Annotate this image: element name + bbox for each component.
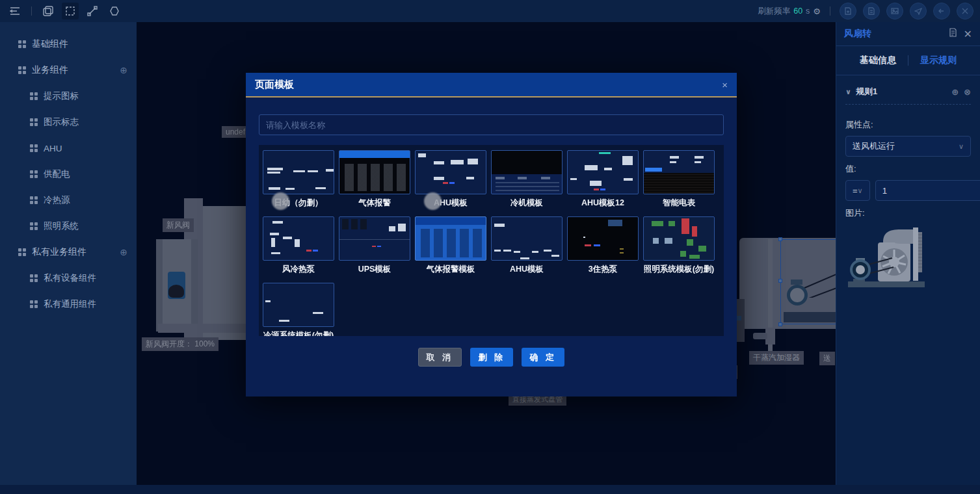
template-label: UPS模板 [339,264,410,275]
tab-divider [908,55,908,66]
template-card[interactable]: 智能电表 [643,150,715,209]
sidebar-item[interactable]: 冷热源 [0,187,137,213]
tab-display-rules[interactable]: 显示规则 [920,55,957,66]
template-thumbnail[interactable] [415,150,486,194]
component-sidebar: 基础组件业务组件⊕提示图标图示标志AHU供配电冷热源照明系统私有业务组件⊕私有设… [0,22,137,485]
template-card[interactable]: AHU模板12 [567,150,639,209]
back-button[interactable] [933,3,950,20]
sidebar-item[interactable]: 基础组件 [0,31,137,57]
expand-plus-icon[interactable]: ⊕ [120,247,127,257]
panel-close-icon[interactable]: ✕ [964,28,972,40]
template-card[interactable]: 冷源系统模板(勿删) [263,283,334,336]
canvas-label-partial-send: 送 [819,352,835,365]
rule-value-input[interactable] [875,180,980,201]
template-thumbnail[interactable] [339,216,410,261]
bottom-bar [0,485,980,494]
component-grid-icon [18,40,26,48]
file-button[interactable] [863,3,880,20]
template-thumbnail[interactable] [491,216,563,261]
component-grid-icon [18,248,26,256]
sidebar-item-label: 图示标志 [44,116,127,128]
sidebar-item[interactable]: 照明系统 [0,213,137,239]
file-add-button[interactable] [840,3,856,20]
template-card[interactable]: AHU模板 [415,150,486,209]
component-grid-icon [30,222,38,230]
template-card[interactable]: 气体报警模板 [415,216,486,275]
sidebar-item[interactable]: 私有通用组件 [0,291,137,317]
tab-basic-info[interactable]: 基础信息 [860,55,896,66]
send-button[interactable] [910,3,927,20]
template-thumbnail[interactable] [567,216,639,261]
connector-line-icon[interactable] [84,3,101,20]
template-thumbnail[interactable] [263,283,334,327]
confirm-button[interactable]: 确 定 [522,348,564,367]
redaction-blob [424,192,442,210]
sidebar-item[interactable]: 提示图标 [0,83,137,109]
sidebar-item[interactable]: 图示标志 [0,109,137,135]
template-card[interactable]: 风冷热泵 [263,216,334,275]
document-icon[interactable] [949,28,957,40]
sidebar-item[interactable]: 私有业务组件⊕ [0,239,137,265]
template-thumbnail[interactable] [415,216,486,261]
hexagon-shape-icon[interactable] [106,3,123,20]
collapse-chevron-icon[interactable]: ∨ [845,88,851,96]
add-rule-icon[interactable]: ⊕ [951,87,959,97]
properties-panel: 风扇转 ✕ 基础信息 显示规则 ∨ 规则1 ⊕ ⊗ 属 [836,22,980,485]
component-grid-icon [30,144,38,152]
template-label: 风冷热泵 [263,264,334,275]
template-card[interactable]: 3住热泵 [567,216,639,275]
template-thumbnail[interactable] [643,216,715,261]
template-card[interactable]: 气体报警 [339,150,410,209]
component-grid-icon [30,170,38,178]
sidebar-item[interactable]: 业务组件⊕ [0,57,137,83]
image-button[interactable] [886,3,903,20]
refresh-value: 60 [793,6,802,16]
template-thumbnail[interactable] [643,150,715,194]
selection-handle[interactable] [778,279,782,283]
menu-icon[interactable] [7,3,23,20]
dialog-close-icon[interactable]: × [722,79,728,90]
component-grid-icon [30,196,38,204]
selection-handle[interactable] [778,322,782,326]
refresh-unit: s [806,6,810,16]
template-card[interactable]: AHU模板 [491,216,563,275]
template-thumbnail[interactable] [263,216,334,261]
dialog-title: 页面模板 [255,79,294,91]
toolbar-divider [31,6,32,16]
layers-icon[interactable] [40,3,57,20]
template-label: AHU模板12 [567,198,639,209]
sidebar-item-label: 基础组件 [32,38,127,50]
gear-icon[interactable]: ⚙ [813,6,821,16]
template-card[interactable]: 日幼（勿删） [263,150,334,209]
sidebar-item[interactable]: 供配电 [0,161,137,187]
selection-handle[interactable] [778,237,782,241]
image-label: 图片: [845,207,971,219]
sidebar-item-label: 冷热源 [44,194,127,206]
template-thumbnail[interactable] [567,150,639,194]
sidebar-item[interactable]: 私有设备组件 [0,265,137,291]
sidebar-item[interactable]: AHU [0,135,137,161]
sidebar-item-label: 供配电 [44,168,127,180]
template-thumbnail[interactable] [339,150,410,194]
template-card[interactable]: 冷机模板 [491,150,563,209]
remove-rule-icon[interactable]: ⊗ [964,87,971,97]
attribute-point-value: 送风机运行 [853,140,895,152]
chevron-down-icon: ∨ [959,142,964,151]
operator-select[interactable]: = ∨ [845,180,870,201]
template-label: 冷机模板 [491,198,563,209]
template-card[interactable]: 照明系统模板(勿删) [643,216,715,275]
template-name-input[interactable] [259,114,724,135]
fan-image [845,224,971,294]
delete-button[interactable]: 删 除 [470,348,513,367]
marquee-select-icon[interactable] [62,3,79,20]
close-button[interactable] [957,3,973,20]
fan-base-shape [784,312,836,322]
expand-plus-icon[interactable]: ⊕ [120,65,127,75]
cancel-button[interactable]: 取 消 [418,348,462,367]
template-thumbnail[interactable] [263,150,334,194]
attribute-point-select[interactable]: 送风机运行 ∨ [845,136,971,157]
template-label: 3住热泵 [567,264,639,275]
template-card[interactable]: UPS模板 [339,216,410,275]
fan-motor-shape [787,285,808,306]
template-thumbnail[interactable] [491,150,563,194]
